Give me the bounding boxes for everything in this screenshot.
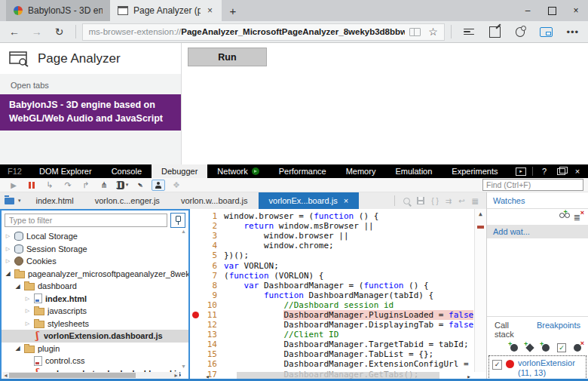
console-toggle-icon[interactable]: ▸ [513,164,528,178]
browser-tab-page-analyzer[interactable]: Page Analyzer (powered × [110,0,222,21]
breakpoint-gutter[interactable] [190,281,201,290]
breakpoint-gutter[interactable] [190,250,201,260]
add-event-tracepoint-icon[interactable]: + [525,343,534,352]
open-document-button[interactable]: ▾ [0,192,26,209]
tree-horizontal-scrollbar[interactable]: ◂ ▸ [2,372,179,379]
pin-panel-icon[interactable] [170,213,185,228]
add-watch-button[interactable]: Add wat... [487,225,588,238]
clear-watches-icon[interactable]: ≣× [574,213,580,222]
scroll-up-icon[interactable]: ▲ [475,210,486,217]
tab-call-stack[interactable]: Call stack [495,321,525,339]
save-icon[interactable] [417,197,424,204]
break-on-new-worker-icon[interactable]: ⋔ [95,179,113,191]
breakpoint-gutter[interactable] [190,310,201,320]
breakpoint-gutter[interactable] [190,349,201,359]
tree-item-local-storage[interactable]: ▷Local Storage [2,230,188,243]
column-breakpoint-icon[interactable]: ⇉ [446,197,452,205]
expander-icon[interactable]: ▷ [24,308,31,314]
close-devtools-icon[interactable]: × [570,164,585,178]
code-line-11[interactable]: 11 DashboardManager.PluginsLoaded = fals… [190,310,475,320]
enable-all-breakpoints-icon[interactable]: ✓ [557,343,566,352]
more-actions-icon[interactable]: ••• [566,26,579,38]
refresh-button[interactable]: ↻ [50,26,69,38]
breakpoint-gutter[interactable] [190,221,201,231]
devtools-tab-network[interactable]: Network [207,164,268,178]
expander-icon[interactable]: ◢ [5,270,11,277]
breakpoint-gutter[interactable] [190,359,201,369]
tree-item-cookies[interactable]: ▷Cookies [2,255,188,268]
tree-item-javascripts[interactable]: ▷javascripts [2,305,188,318]
step-over-icon[interactable]: ↷ [59,179,77,191]
tree-item-stylesheets[interactable]: ▷stylesheets [2,318,188,330]
breakpoint-gutter[interactable] [190,271,201,281]
document-tab-vorlonex-board-js[interactable]: vorlonEx...board.js× [259,192,360,209]
add-event-breakpoint-icon[interactable]: + [510,343,519,352]
disable-breakpoints-icon[interactable]: ✒ [131,179,149,191]
breakpoint-gutter[interactable] [190,340,201,349]
code-line-16[interactable]: 16 DashboardManager.ExtensionConfigUrl =… [190,359,475,369]
pretty-print-icon[interactable]: ❖ [167,179,185,191]
tree-item-session-storage[interactable]: ▷Session Storage [2,243,188,256]
expander-icon[interactable]: ▷ [24,321,31,327]
breakpoint-gutter[interactable] [190,260,201,270]
breakpoint-gutter[interactable] [190,330,201,340]
format-source-icon[interactable]: { } [431,197,438,205]
code-editor[interactable]: 1window.browser = (function () {2 return… [190,209,486,381]
devtools-tab-performance[interactable]: Performance [269,164,336,178]
expander-icon[interactable]: ▷ [24,296,31,302]
word-wrap-icon[interactable]: ↩ [458,197,464,205]
code-line-2[interactable]: 2 return window.msBrowser || [190,221,475,231]
breakpoint-gutter[interactable] [190,290,201,300]
new-tab-button[interactable]: + [222,0,244,21]
add-xhr-breakpoint-icon[interactable]: + [541,343,550,352]
breakpoint-gutter[interactable] [190,370,201,379]
document-tab-index-html[interactable]: index.html [26,192,84,209]
run-button[interactable]: Run [188,48,267,66]
expander-icon[interactable]: ▷ [5,258,11,264]
scrollbar-thumb[interactable] [9,373,136,378]
code-line-12[interactable]: 12 DashboardManager.DisplayingTab = fals… [190,320,475,330]
breakpoint-gutter[interactable] [190,320,201,330]
expander-icon[interactable]: ▷ [5,233,11,239]
expander-icon[interactable]: ◢ [14,345,21,352]
code-line-5[interactable]: 5})(); [190,250,475,260]
breakpoint-gutter[interactable] [190,241,201,250]
breakpoint-entry[interactable]: ✓ vorlonExtensior (11, 13) [488,355,586,381]
tree-item-plugin[interactable]: ◢plugin [2,343,188,355]
address-bar[interactable]: ms-browser-extension://PageAnalyzer_Micr… [82,23,445,41]
tree-item-pageanalyzer-microsoftpageanalyzer-8wekyb3d8bbwe[interactable]: ◢pageanalyzer_microsoftpageanalyzer_8wek… [2,268,188,281]
code-line-1[interactable]: 1window.browser = (function () { [190,211,475,221]
tree-item-control-css[interactable]: control.css [2,355,188,367]
favorite-star-icon[interactable]: ☆ [428,26,438,38]
code-line-13[interactable]: 13 //Client ID [190,330,475,340]
breakpoint-gutter[interactable] [190,300,201,310]
find-in-file-icon[interactable] [403,198,410,204]
reading-view-icon[interactable] [409,28,421,36]
devtools-tab-debugger[interactable]: Debugger [152,164,207,178]
devtools-tab-memory[interactable]: Memory [336,164,386,178]
breakpoint-gutter[interactable] [190,231,201,241]
devtools-tab-experiments[interactable]: Experiments [442,164,507,178]
tab-close-icon[interactable]: × [206,5,214,16]
help-icon[interactable]: ? [537,164,552,178]
step-into-icon[interactable]: ↳ [41,179,59,191]
code-line-9[interactable]: 9 function DashboardManager(tabId) { [190,290,475,300]
devtools-tab-console[interactable]: Console [102,164,152,178]
exception-control-icon[interactable]: ▌▌▾ [113,179,131,191]
code-line-6[interactable]: 6var VORLON; [190,260,475,270]
tree-item-dashboard[interactable]: ◢dashboard [2,280,188,293]
browser-tab-babylonjs[interactable]: BabylonJS - 3D engine base [6,0,110,21]
code-line-4[interactable]: 4 window.chrome; [190,241,475,250]
code-line-7[interactable]: 7(function (VORLON) { [190,271,475,281]
breakpoint-checkbox[interactable]: ✓ [492,360,502,370]
document-tab-vorlon-w-board-js[interactable]: vorlon.w...board.js [170,192,259,209]
delete-all-breakpoints-icon[interactable]: × [573,343,582,352]
tree-item-vorlonextension-dashboard-js[interactable]: ʃvorlonExtension.dashboard.js [2,330,188,343]
code-line-14[interactable]: 14 DashboardManager.TargetTabid = tabId; [190,340,475,349]
continue-icon[interactable]: ▶ [5,179,23,191]
filter-input[interactable] [5,214,167,227]
devtools-tab-dom-explorer[interactable]: DOM Explorer [29,164,102,178]
minimize-button[interactable]: – [516,0,540,21]
maximize-button[interactable] [540,0,564,21]
back-button[interactable]: ← [5,26,24,38]
